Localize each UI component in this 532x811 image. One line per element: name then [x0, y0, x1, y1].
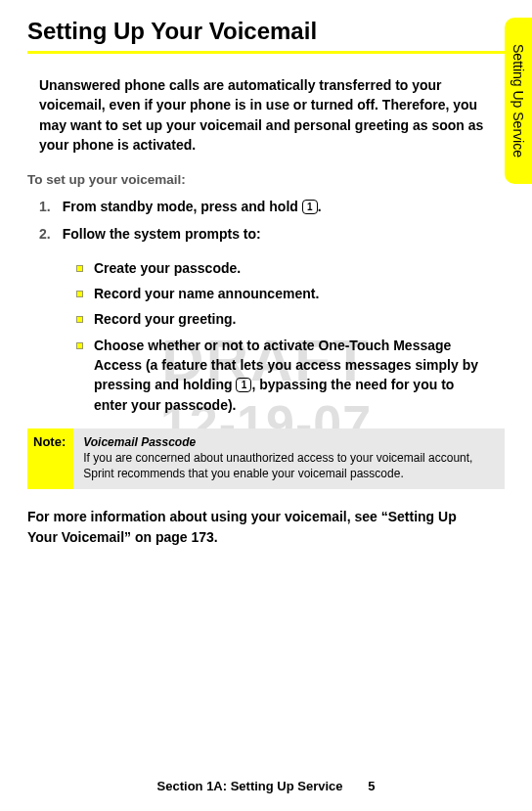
title-underline [27, 51, 505, 54]
bullet-item: Record your name announcement. [76, 284, 505, 303]
sub-heading: To set up your voicemail: [27, 172, 505, 187]
step-text-before: From standby mode, press and hold [63, 199, 302, 214]
page-container: Setting Up Service Setting Up Your Voice… [0, 0, 532, 811]
step-body: Follow the system prompts to: [63, 224, 505, 244]
page-footer: Section 1A: Setting Up Service 5 [0, 779, 532, 793]
intro-paragraph: Unanswered phone calls are automatically… [27, 75, 505, 155]
side-tab: Setting Up Service [505, 18, 532, 184]
steps-list: 1. From standby mode, press and hold 1. … [27, 197, 505, 245]
note-body: Voicemail Passcode If you are concerned … [73, 428, 505, 490]
note-text: If you are concerned about unauthorized … [83, 451, 472, 480]
note-title: Voicemail Passcode [83, 434, 495, 450]
step-number: 1. [39, 197, 51, 216]
side-tab-label: Setting Up Service [510, 44, 526, 158]
step-item: 2. Follow the system prompts to: [39, 224, 505, 244]
bullet-item: Record your greeting. [76, 309, 505, 329]
footer-page-number: 5 [368, 779, 375, 793]
step-text-after: . [318, 199, 322, 214]
bullet-list: Create your passcode. Record your name a… [27, 258, 505, 415]
step-item: 1. From standby mode, press and hold 1. [39, 197, 505, 216]
page-title: Setting Up Your Voicemail [27, 18, 505, 45]
bullet-item: Create your passcode. [76, 258, 505, 278]
note-label: Note: [27, 428, 73, 490]
closing-paragraph: For more information about using your vo… [27, 507, 505, 547]
step-body: From standby mode, press and hold 1. [63, 197, 505, 216]
key-1-icon: 1 [236, 378, 251, 392]
footer-section: Section 1A: Setting Up Service [157, 779, 343, 793]
key-1-icon: 1 [302, 200, 318, 214]
bullet-item: Choose whether or not to activate One-To… [76, 336, 505, 415]
step-number: 2. [39, 224, 51, 244]
note-box: Note: Voicemail Passcode If you are conc… [27, 428, 505, 490]
